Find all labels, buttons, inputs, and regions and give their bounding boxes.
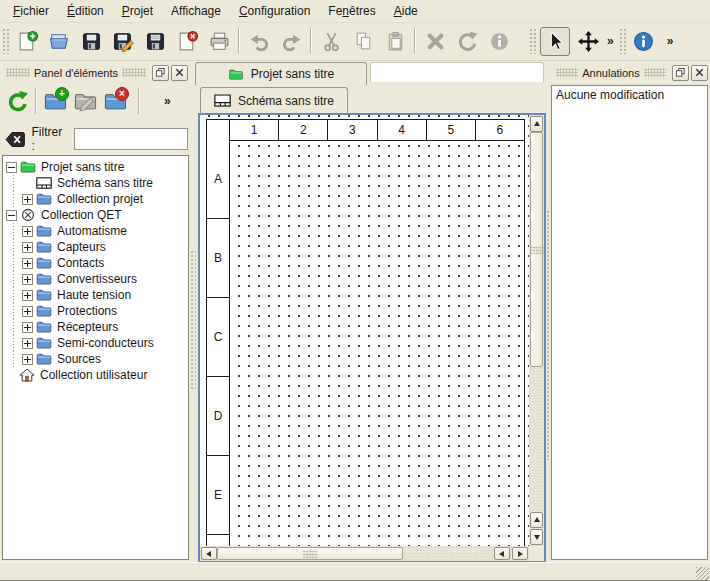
qelectrotech-window: Fichier Édition Projet Affichage Configu… <box>0 0 710 581</box>
tree-item-project[interactable]: Projet sans titre <box>3 159 188 175</box>
scroll-up-button-2[interactable] <box>530 512 543 528</box>
tree-item-collection-utilisateur[interactable]: Collection utilisateur <box>3 367 188 383</box>
expand-expander-icon[interactable] <box>22 226 33 237</box>
about-button[interactable] <box>628 26 660 56</box>
titlebar-texture <box>644 68 666 77</box>
tree-guide <box>6 335 22 351</box>
undo-panel-titlebar[interactable]: Annulations <box>552 64 708 81</box>
row-header: E <box>207 456 229 535</box>
float-panel-button[interactable] <box>152 65 169 81</box>
tab-schema-sans-titre[interactable]: Schéma sans titre <box>200 87 348 113</box>
scrollbar-corner <box>529 546 544 561</box>
horizontal-scrollbar[interactable] <box>200 546 529 561</box>
redo-button[interactable] <box>275 26 307 56</box>
tree-item-recepteurs[interactable]: Récepteurs <box>3 319 188 335</box>
expand-expander-icon[interactable] <box>22 306 33 317</box>
tree-item-convertisseurs[interactable]: Convertisseurs <box>3 271 188 287</box>
tree-item-collection-projet[interactable]: Collection projet <box>3 191 188 207</box>
clear-filter-icon[interactable] <box>5 131 26 148</box>
resize-grip[interactable] <box>696 567 709 580</box>
menu-projet[interactable]: Projet <box>113 1 162 21</box>
scroll-up-button[interactable] <box>530 116 543 132</box>
blue-folder-icon <box>36 192 52 206</box>
expand-expander-icon[interactable] <box>22 274 33 285</box>
save-as-button[interactable] <box>107 26 139 56</box>
delete-button[interactable] <box>419 26 451 56</box>
expand-expander-icon[interactable] <box>22 290 33 301</box>
tree-item-schema[interactable]: Schéma sans titre <box>3 175 188 191</box>
print-button[interactable] <box>203 26 235 56</box>
tree-item-haute-tension[interactable]: Haute tension <box>3 287 188 303</box>
horizontal-scroll-thumb[interactable] <box>217 547 403 560</box>
panel-overflow-button[interactable]: » <box>161 94 174 108</box>
blue-folder-icon <box>36 272 52 286</box>
save-all-button[interactable] <box>139 26 171 56</box>
menu-configuration[interactable]: Configuration <box>230 1 319 21</box>
collapse-expander-icon[interactable] <box>6 162 17 173</box>
close-document-button[interactable] <box>171 26 203 56</box>
menu-edition[interactable]: Édition <box>58 1 113 21</box>
scroll-down-button[interactable] <box>530 529 543 545</box>
toolbar-handle[interactable] <box>2 28 9 54</box>
close-panel-button[interactable] <box>171 65 188 81</box>
close-panel-button[interactable] <box>691 65 708 81</box>
diagram-view[interactable]: 1 2 3 4 5 6 A B C D E <box>198 113 546 563</box>
toolbar-handle[interactable] <box>529 28 536 54</box>
save-button[interactable] <box>75 26 107 56</box>
tab-projet-sans-titre[interactable]: Projet sans titre <box>195 62 367 85</box>
tree-item-sources[interactable]: Sources <box>3 351 188 367</box>
filter-input[interactable] <box>74 128 188 150</box>
menu-aide[interactable]: Aide <box>385 1 427 21</box>
scroll-left-button[interactable] <box>201 547 217 560</box>
menu-fenetres[interactable]: Fenêtres <box>319 1 384 21</box>
new-category-button[interactable]: + <box>40 86 70 116</box>
undo-list-item[interactable]: Aucune modification <box>552 86 707 104</box>
elements-panel-titlebar[interactable]: Panel d'éléments <box>2 64 188 81</box>
tree-item-label: Convertisseurs <box>57 272 137 286</box>
save-icon <box>80 30 103 53</box>
tree-item-contacts[interactable]: Contacts <box>3 255 188 271</box>
float-panel-button[interactable] <box>672 65 689 81</box>
tree-item-semi-conducteurs[interactable]: Semi-conducteurs <box>3 335 188 351</box>
column-header: 2 <box>279 120 328 140</box>
select-mode-button[interactable] <box>540 27 570 56</box>
expand-expander-icon[interactable] <box>22 194 33 205</box>
tree-item-protections[interactable]: Protections <box>3 303 188 319</box>
diagram-canvas[interactable]: 1 2 3 4 5 6 A B C D E <box>200 115 529 546</box>
toolbar-handle[interactable] <box>619 28 626 54</box>
menu-affichage[interactable]: Affichage <box>162 1 230 21</box>
right-splitter-handle[interactable] <box>546 210 551 460</box>
move-mode-button[interactable] <box>572 26 604 56</box>
open-button[interactable] <box>43 26 75 56</box>
close-document-icon <box>176 30 199 53</box>
left-splitter-handle[interactable] <box>190 250 196 390</box>
expand-expander-icon[interactable] <box>22 354 33 365</box>
scroll-right-button[interactable] <box>512 547 528 560</box>
undo-history-list[interactable]: Aucune modification <box>551 85 708 560</box>
toolbar-overflow-button[interactable]: » <box>604 34 617 48</box>
toolbar-overflow-button[interactable]: » <box>664 34 677 48</box>
new-document-button[interactable] <box>11 26 43 56</box>
delete-category-button[interactable]: × <box>100 86 130 116</box>
tree-item-automatisme[interactable]: Automatisme <box>3 223 188 239</box>
collapse-expander-icon[interactable] <box>6 210 17 221</box>
menu-fichier[interactable]: Fichier <box>4 1 58 21</box>
expand-expander-icon[interactable] <box>22 258 33 269</box>
reload-collections-button[interactable] <box>2 86 32 116</box>
scroll-left-button-2[interactable] <box>494 547 510 560</box>
tree-item-capteurs[interactable]: Capteurs <box>3 239 188 255</box>
vertical-scrollbar[interactable] <box>529 115 544 546</box>
cut-button[interactable] <box>315 26 347 56</box>
vertical-scroll-thumb[interactable] <box>530 132 543 367</box>
expand-expander-icon[interactable] <box>22 242 33 253</box>
edit-category-button[interactable] <box>70 86 100 116</box>
undo-button[interactable] <box>243 26 275 56</box>
paste-button[interactable] <box>379 26 411 56</box>
undo-panel-title: Annulations <box>582 67 640 79</box>
tree-item-collection-qet[interactable]: Collection QET <box>3 207 188 223</box>
expand-expander-icon[interactable] <box>22 322 33 333</box>
copy-button[interactable] <box>347 26 379 56</box>
element-info-button[interactable] <box>483 26 515 56</box>
expand-expander-icon[interactable] <box>22 338 33 349</box>
rotate-button[interactable] <box>451 26 483 56</box>
